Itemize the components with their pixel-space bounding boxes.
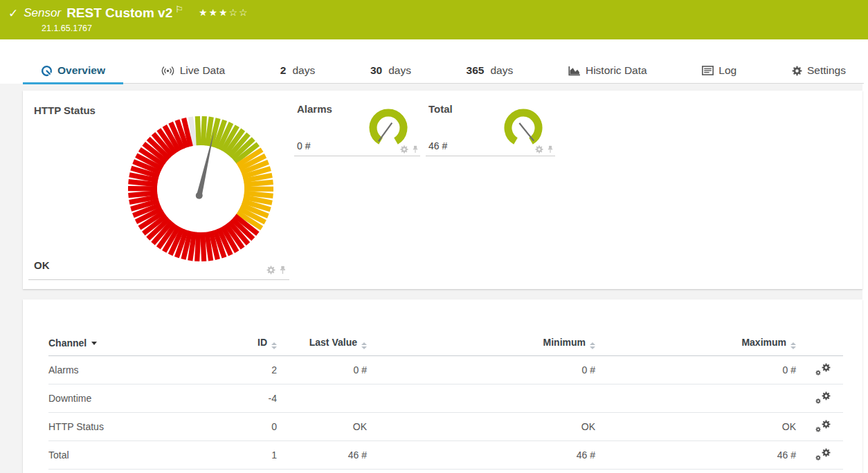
cell-channel[interactable]: Downtime: [48, 384, 221, 413]
tab-365-days-number: 365: [467, 64, 485, 77]
double-gear-icon: [815, 448, 831, 461]
channels-table-panel: Channel ID Last Value Minimum Maximum: [23, 299, 862, 473]
sort-icon: [271, 342, 277, 349]
area-chart-icon: [568, 66, 581, 76]
cell-maximum: OK: [595, 413, 796, 441]
cell-channel[interactable]: Total: [48, 441, 221, 470]
cell-id: -4: [221, 384, 277, 413]
cell-last-value: 0 #: [277, 356, 367, 384]
tab-30-days-label: days: [388, 64, 411, 77]
sensor-header: ✓ Sensor REST Custom v2 ⚐ ★★★☆☆ 21.1.65.…: [0, 0, 868, 39]
priority-stars[interactable]: ★★★☆☆: [199, 7, 249, 18]
channel-block-total: Total 46 #: [426, 99, 555, 156]
double-gear-icon: [815, 420, 831, 432]
sensor-name: REST Custom v2: [66, 6, 172, 21]
live-broadcast-icon: [161, 66, 175, 76]
tabbar-wrap: Overview Live Data 2 days 30: [0, 39, 868, 84]
tab-365-days-label: days: [490, 64, 513, 77]
column-header-channel[interactable]: Channel: [48, 331, 221, 356]
cell-minimum: 46 #: [367, 441, 595, 470]
cell-last-value: OK: [277, 413, 367, 441]
table-row: Downtime -4: [48, 384, 843, 413]
object-kind-label: Sensor: [24, 6, 61, 20]
tab-30-days[interactable]: 30 days: [352, 61, 429, 84]
http-status-gauge: [127, 115, 275, 263]
tab-365-days[interactable]: 365 days: [449, 61, 532, 84]
tab-overview[interactable]: Overview: [23, 61, 123, 84]
log-list-icon: [702, 66, 714, 75]
channel-settings-button[interactable]: [796, 441, 843, 470]
cell-id: 0: [221, 413, 277, 441]
column-header-id[interactable]: ID: [221, 331, 277, 356]
channels-table: Channel ID Last Value Minimum Maximum: [48, 331, 843, 470]
channel-title: HTTP Status: [34, 104, 96, 116]
channel-settings-button[interactable]: [796, 356, 843, 384]
tab-live-data-label: Live Data: [180, 64, 225, 77]
gear-icon[interactable]: [400, 145, 408, 154]
flag-icon[interactable]: ⚐: [175, 4, 183, 15]
cell-channel[interactable]: Alarms: [48, 356, 221, 384]
channel-status-value: OK: [34, 259, 50, 271]
cell-maximum: 46 #: [595, 441, 796, 470]
sort-icon: [361, 342, 367, 349]
tab-historic-data[interactable]: Historic Data: [550, 61, 665, 84]
tab-2-days[interactable]: 2 days: [262, 61, 333, 84]
status-ok-check-icon: ✓: [8, 6, 18, 21]
pin-icon[interactable]: [412, 145, 419, 154]
table-row: HTTP Status 0 OK OK OK: [48, 413, 843, 441]
cell-last-value: 46 #: [277, 441, 367, 470]
cell-last-value: [277, 384, 367, 413]
column-header-maximum[interactable]: Maximum: [595, 331, 796, 356]
channel-block-http-status: HTTP Status OK: [28, 99, 289, 280]
gear-icon[interactable]: [535, 145, 543, 154]
column-header-last-value[interactable]: Last Value: [277, 331, 367, 356]
tab-historic-data-label: Historic Data: [586, 64, 647, 77]
channel-title: Total: [428, 103, 453, 115]
gauges-panel: HTTP Status OK Alarms 0 # Total 46 #: [23, 91, 862, 289]
channel-title: Alarms: [297, 103, 332, 115]
gear-icon[interactable]: [266, 266, 275, 275]
sort-icon: [590, 342, 595, 349]
sort-desc-icon: [91, 342, 97, 345]
cell-minimum: 0 #: [367, 356, 595, 384]
cell-maximum: [595, 384, 796, 413]
sort-icon: [790, 342, 796, 349]
channel-settings-button[interactable]: [796, 413, 843, 441]
table-row: Alarms 2 0 # 0 # 0 #: [48, 356, 843, 384]
column-header-minimum[interactable]: Minimum: [367, 331, 595, 356]
tab-log[interactable]: Log: [684, 61, 754, 84]
channel-value: 46 #: [428, 140, 447, 151]
cell-id: 1: [221, 441, 277, 470]
tab-2-days-label: days: [292, 64, 315, 77]
tab-settings[interactable]: Settings: [774, 61, 864, 84]
tab-log-label: Log: [718, 64, 736, 77]
channel-settings-button[interactable]: [796, 384, 843, 413]
cell-minimum: [367, 384, 595, 413]
cell-id: 2: [221, 356, 277, 384]
cell-channel[interactable]: HTTP Status: [48, 413, 221, 441]
table-row: Total 1 46 # 46 # 46 #: [48, 441, 843, 470]
version-label: 21.1.65.1767: [42, 24, 868, 33]
double-gear-icon: [815, 391, 831, 404]
cell-minimum: OK: [367, 413, 595, 441]
tab-overview-label: Overview: [57, 64, 105, 77]
tab-30-days-number: 30: [370, 64, 382, 77]
cell-maximum: 0 #: [595, 356, 796, 384]
pin-icon[interactable]: [547, 145, 554, 154]
tab-2-days-number: 2: [280, 64, 287, 77]
tab-live-data[interactable]: Live Data: [143, 61, 243, 84]
pin-icon[interactable]: [279, 266, 287, 275]
channel-block-alarms: Alarms 0 #: [294, 99, 420, 156]
channel-value: 0 #: [297, 140, 310, 151]
double-gear-icon: [815, 363, 831, 375]
tab-settings-label: Settings: [807, 64, 846, 77]
tabbar: Overview Live Data 2 days 30: [23, 61, 864, 84]
table-header-row: Channel ID Last Value Minimum Maximum: [48, 331, 843, 356]
gear-icon: [792, 66, 802, 76]
gauge-icon: [41, 65, 53, 77]
main-content: HTTP Status OK Alarms 0 # Total 46 #: [0, 84, 862, 473]
